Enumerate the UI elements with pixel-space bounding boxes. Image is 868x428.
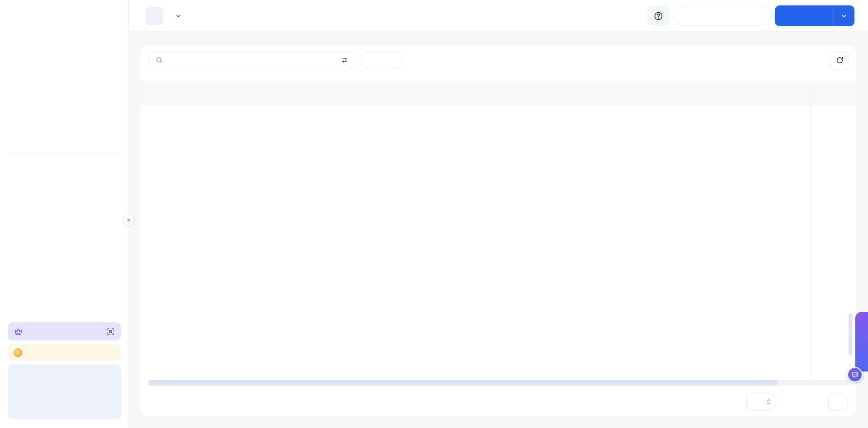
horizontal-scrollbar-thumb[interactable] — [148, 380, 778, 386]
page-size-select[interactable] — [746, 394, 775, 410]
filter-sliders-icon[interactable] — [340, 56, 349, 64]
workspace-switcher[interactable] — [145, 7, 182, 25]
chevron-down-icon — [841, 13, 848, 19]
app-root: « — [0, 0, 868, 428]
search-box — [148, 51, 355, 69]
refresh-icon — [835, 56, 844, 65]
buy-now-dropdown[interactable] — [834, 5, 854, 26]
topbar — [129, 0, 868, 32]
action-column-separator — [810, 81, 811, 386]
spinner-icon — [766, 399, 771, 404]
help-button[interactable] — [647, 6, 669, 26]
horizontal-scrollbar[interactable] — [148, 380, 849, 386]
coin-icon — [14, 348, 22, 357]
goto-page-input[interactable] — [828, 394, 848, 410]
user-account-area[interactable] — [674, 6, 771, 26]
search-input[interactable] — [167, 56, 336, 64]
vertical-scrollbar-thumb[interactable] — [849, 314, 852, 355]
sidebar-divider — [9, 155, 120, 155]
buy-now-button[interactable] — [775, 5, 834, 26]
chat-icon — [851, 371, 859, 379]
qr-scan-icon[interactable] — [106, 327, 115, 336]
main-content — [129, 32, 868, 428]
contact-us-tab[interactable] — [855, 312, 868, 372]
chevron-down-icon — [175, 13, 182, 19]
cashback-button[interactable] — [8, 344, 121, 361]
export-button[interactable] — [361, 51, 403, 69]
dedicated-consultant-button[interactable] — [8, 322, 121, 340]
table-header — [141, 81, 857, 105]
search-icon — [155, 56, 163, 64]
question-icon — [653, 11, 664, 21]
buy-now-split-button[interactable] — [775, 5, 854, 26]
crown-icon — [14, 327, 23, 336]
workspace-avatar — [145, 7, 163, 25]
sidebar — [0, 0, 129, 428]
usage-stats-panel — [8, 364, 121, 419]
chat-bubble-button[interactable] — [847, 367, 863, 382]
sidebar-collapse-button[interactable]: « — [123, 215, 134, 226]
cloud-number-card — [140, 44, 857, 417]
refresh-button[interactable] — [830, 51, 849, 70]
